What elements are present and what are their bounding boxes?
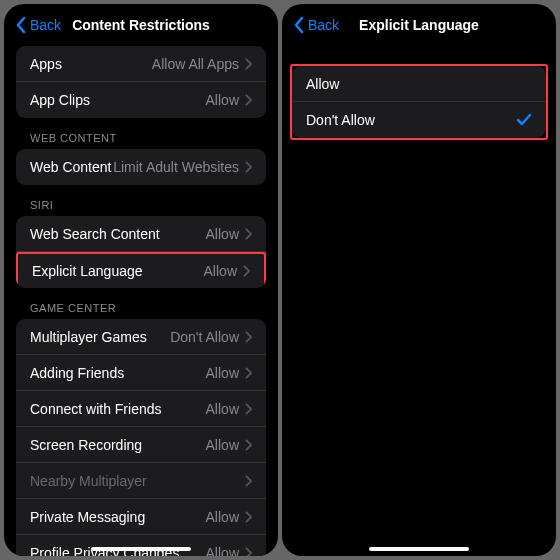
section-header: WEB CONTENT [16,118,266,149]
settings-row[interactable]: Don't Allow [292,102,546,138]
row-value: Allow [206,92,239,108]
row-right: Allow All Apps [152,56,252,72]
chevron-right-icon [245,94,252,106]
settings-row[interactable]: Multiplayer GamesDon't Allow [16,319,266,355]
section-header: SIRI [16,185,266,216]
home-indicator[interactable] [91,547,191,551]
back-button[interactable]: Back [16,16,61,34]
row-value: Allow [206,545,239,557]
row-label: Explicit Language [32,263,143,279]
row-right: Allow [206,226,252,242]
row-label: Don't Allow [306,112,375,128]
chevron-right-icon [245,547,252,557]
settings-row[interactable]: Private MessagingAllow [16,499,266,535]
row-value: Allow [206,437,239,453]
chevron-right-icon [245,331,252,343]
settings-row[interactable]: Connect with FriendsAllow [16,391,266,427]
chevron-right-icon [245,58,252,70]
row-label: Connect with Friends [30,401,162,417]
settings-group-options: AllowDon't Allow [292,66,546,138]
home-indicator[interactable] [369,547,469,551]
chevron-right-icon [245,367,252,379]
row-right: Allow [206,437,252,453]
chevron-right-icon [245,439,252,451]
row-value: Don't Allow [170,329,239,345]
row-right [239,475,252,487]
chevron-right-icon [245,228,252,240]
row-right: Don't Allow [170,329,252,345]
row-label: Allow [306,76,339,92]
settings-group: Web Search ContentAllowExplicit Language… [16,216,266,288]
back-label: Back [308,17,339,33]
settings-row[interactable]: Web ContentLimit Adult Websites [16,149,266,185]
row-value: Allow All Apps [152,56,239,72]
settings-row[interactable]: AppsAllow All Apps [16,46,266,82]
row-label: Web Content [30,159,111,175]
row-label: Multiplayer Games [30,329,147,345]
settings-group: Multiplayer GamesDon't AllowAdding Frien… [16,319,266,556]
chevron-right-icon [245,161,252,173]
checkmark-icon [516,112,532,128]
settings-row[interactable]: Web Search ContentAllow [16,216,266,252]
row-right: Allow [206,401,252,417]
row-value: Allow [206,226,239,242]
chevron-right-icon [245,511,252,523]
chevron-right-icon [245,403,252,415]
row-value: Limit Adult Websites [113,159,239,175]
row-right: Allow [206,92,252,108]
chevron-left-icon [16,16,28,34]
row-label: Apps [30,56,62,72]
chevron-right-icon [245,475,252,487]
row-right: Allow [204,263,250,279]
phone-left: Back Content Restrictions AppsAllow All … [4,4,278,556]
phone-right: Back Explicit Language AllowDon't Allow [282,4,556,556]
back-button[interactable]: Back [294,16,339,34]
nav-header: Back Explicit Language [282,4,556,44]
row-label: App Clips [30,92,90,108]
back-label: Back [30,17,61,33]
row-label: Screen Recording [30,437,142,453]
row-right: Allow [206,509,252,525]
settings-row[interactable]: Nearby Multiplayer [16,463,266,499]
row-label: Web Search Content [30,226,160,242]
section-header: GAME CENTER [16,288,266,319]
settings-group: Web ContentLimit Adult Websites [16,149,266,185]
row-right: Limit Adult Websites [113,159,252,175]
settings-row[interactable]: Screen RecordingAllow [16,427,266,463]
settings-group-top: AppsAllow All AppsApp ClipsAllow [16,46,266,118]
settings-row[interactable]: Allow [292,66,546,102]
row-value: Allow [206,401,239,417]
settings-row[interactable]: Profile Privacy ChangesAllow [16,535,266,556]
chevron-left-icon [294,16,306,34]
row-right: Allow [206,365,252,381]
settings-row[interactable]: App ClipsAllow [16,82,266,118]
row-label: Private Messaging [30,509,145,525]
options-list: AllowDon't Allow [282,44,556,556]
row-label: Adding Friends [30,365,124,381]
settings-row[interactable]: Adding FriendsAllow [16,355,266,391]
chevron-right-icon [243,265,250,277]
settings-list: AppsAllow All AppsApp ClipsAllow WEB CON… [4,44,278,556]
settings-row[interactable]: Explicit LanguageAllow [16,252,266,288]
row-value: Allow [206,365,239,381]
row-label: Nearby Multiplayer [30,473,147,489]
page-title: Content Restrictions [72,17,210,33]
row-value: Allow [206,509,239,525]
nav-header: Back Content Restrictions [4,4,278,44]
row-value: Allow [204,263,237,279]
row-right: Allow [206,545,252,557]
row-right [516,112,532,128]
page-title: Explicit Language [359,17,479,33]
